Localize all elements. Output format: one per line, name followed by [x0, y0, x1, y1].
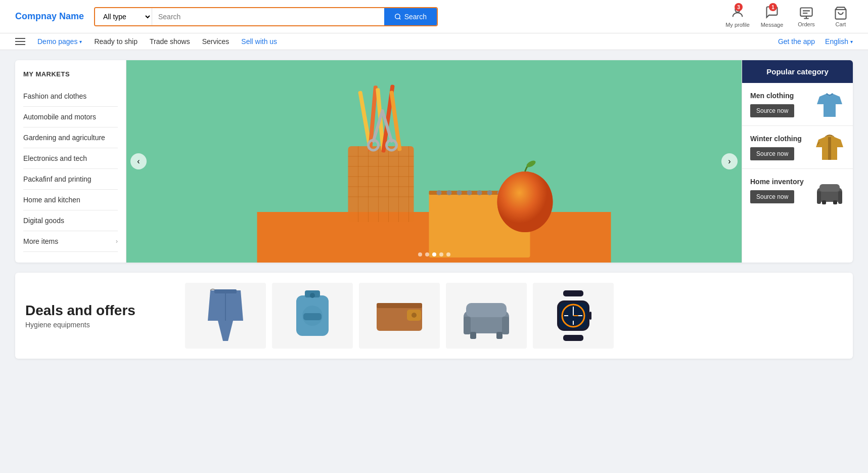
cart-icon-item[interactable]: Cart [829, 6, 853, 27]
deal-product-wallet[interactable] [359, 283, 440, 349]
svg-point-0 [395, 14, 399, 18]
svg-point-11 [457, 190, 462, 195]
svg-rect-65 [464, 317, 471, 334]
svg-rect-68 [496, 332, 502, 339]
banner-dot-2[interactable] [425, 252, 429, 256]
market-digital-goods[interactable]: Digital goods [23, 210, 118, 231]
nav-english[interactable]: English [825, 37, 853, 46]
market-electronics[interactable]: Electronics and tech [23, 148, 118, 169]
banner-dot-4[interactable] [439, 252, 443, 256]
svg-point-10 [447, 190, 452, 195]
deals-title: Deals and offers [25, 303, 177, 319]
profile-label: My profile [725, 22, 750, 28]
svg-rect-45 [817, 191, 821, 204]
nav-get-app[interactable]: Get the app [778, 37, 815, 46]
cart-icon [834, 6, 848, 20]
category-men-clothing: Men clothing Source now [742, 83, 853, 126]
header: Compnay Name All type Products Suppliers… [0, 0, 868, 33]
market-packaging[interactable]: Packafinf and printing [23, 169, 118, 190]
category-men-left: Men clothing Source now [750, 91, 810, 117]
banner-dot-3[interactable] [432, 252, 436, 256]
orders-icon-item[interactable]: Orders [794, 6, 818, 27]
message-badge: 1 [769, 3, 777, 11]
winter-clothing-source-button[interactable]: Source now [750, 147, 794, 160]
svg-point-19 [497, 171, 553, 232]
svg-rect-81 [589, 312, 591, 320]
nav-ready-to-ship[interactable]: Ready to ship [94, 37, 138, 46]
nav-demo-pages[interactable]: Demo pages [37, 37, 82, 46]
winter-clothing-image [814, 132, 845, 162]
deals-subtitle: Hygiene equipments [25, 321, 177, 329]
nav-services[interactable]: Services [202, 37, 230, 46]
svg-rect-50 [214, 289, 237, 293]
profile-icon-wrapper: 3 [730, 5, 745, 21]
svg-point-14 [487, 190, 492, 195]
svg-rect-3 [800, 8, 812, 16]
my-profile-icon-item[interactable]: 3 My profile [725, 5, 750, 28]
svg-line-1 [399, 18, 400, 19]
market-automobile[interactable]: Automobile and motors [23, 107, 118, 127]
search-type-select[interactable]: All type Products Suppliers Categories [95, 8, 152, 25]
category-home-title: Home inventory [750, 177, 810, 186]
nav-sell-with-us[interactable]: Sell with us [241, 37, 277, 46]
market-fashion[interactable]: Fashion and clothes [23, 86, 118, 107]
navbar: Demo pages Ready to ship Trade shows Ser… [0, 33, 868, 50]
banner-next-button[interactable]: › [721, 153, 738, 169]
market-home-kitchen[interactable]: Home and kitchen [23, 190, 118, 210]
company-name[interactable]: Compnay Name [15, 11, 86, 22]
banner-image: ‹ › [126, 60, 742, 263]
markets-title: MY MARKETS [23, 70, 118, 78]
search-input[interactable] [152, 8, 384, 25]
svg-point-9 [437, 190, 442, 195]
backpack-svg [282, 285, 343, 346]
armchair2-svg [456, 285, 517, 346]
markets-sidebar: MY MARKETS Fashion and clothes Automobil… [15, 60, 126, 263]
polo-shirt-svg [814, 89, 845, 119]
svg-point-12 [467, 190, 472, 195]
banner-dot-1[interactable] [418, 252, 422, 256]
hamburger-menu-icon[interactable] [15, 38, 25, 45]
svg-rect-66 [502, 317, 509, 334]
deal-product-backpack[interactable] [272, 283, 353, 349]
deals-products [185, 283, 843, 349]
main-content: MY MARKETS Fashion and clothes Automobil… [0, 50, 868, 369]
message-label: Message [761, 22, 784, 28]
category-men-title: Men clothing [750, 91, 810, 100]
message-icon-wrapper: 1 [765, 5, 779, 21]
message-icon-item[interactable]: 1 Message [760, 5, 784, 28]
nav-right: Get the app English [778, 37, 853, 46]
deal-product-armchair[interactable] [446, 283, 527, 349]
jacket-svg [814, 132, 845, 162]
armchair-svg [814, 175, 845, 205]
svg-rect-44 [819, 184, 840, 192]
deal-product-smartwatch[interactable] [533, 283, 614, 349]
nav-trade-shows[interactable]: Trade shows [150, 37, 190, 46]
chevron-right-icon: › [116, 238, 118, 245]
market-gardening[interactable]: Gardening and agriculture [23, 127, 118, 148]
svg-rect-46 [838, 191, 842, 204]
search-icon [394, 13, 401, 20]
category-winter-left: Winter clothing Source now [750, 134, 810, 160]
search-bar: All type Products Suppliers Categories S… [94, 7, 438, 26]
svg-rect-67 [470, 332, 476, 339]
banner-dot-5[interactable] [446, 252, 450, 256]
banner-svg [126, 60, 742, 263]
popular-category: Popular category Men clothing Source now [742, 60, 853, 263]
svg-point-56 [310, 293, 315, 298]
men-clothing-source-button[interactable]: Source now [750, 104, 794, 117]
deal-product-jeans[interactable] [185, 283, 266, 349]
svg-rect-64 [466, 303, 507, 317]
smartwatch-svg [543, 285, 604, 346]
svg-rect-59 [377, 303, 422, 308]
market-more-items[interactable]: More items › [23, 231, 118, 252]
profile-badge: 3 [735, 3, 743, 11]
header-icons: 3 My profile 1 Message Orders [725, 5, 853, 28]
svg-rect-48 [833, 200, 837, 204]
home-inventory-source-button[interactable]: Source now [750, 190, 794, 203]
search-button[interactable]: Search [384, 8, 437, 25]
category-home-inventory: Home inventory Source now [742, 169, 853, 211]
orders-icon [799, 6, 813, 20]
category-winter-title: Winter clothing [750, 134, 810, 143]
banner-prev-button[interactable]: ‹ [130, 153, 147, 169]
svg-rect-70 [563, 290, 583, 296]
